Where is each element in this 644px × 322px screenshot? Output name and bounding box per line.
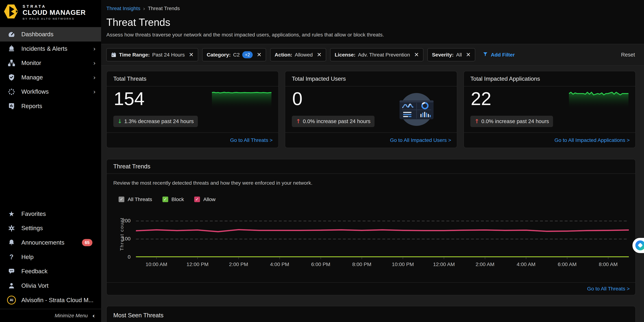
assistant-logo-icon [635, 240, 644, 250]
stat-card-value: 154 [114, 88, 144, 110]
close-icon[interactable]: ✕ [317, 51, 322, 58]
threat-trends-title: Threat Trends [107, 160, 635, 174]
sidebar-item-monitor[interactable]: Monitor› [0, 56, 101, 70]
threat-trends-chart: Threat count200100010:00 AM12:00 PM2:00 … [113, 212, 629, 275]
shield-check-icon [7, 73, 16, 82]
stat-card-total-threats: Total Threats154↓1.3% decrease past 24 h… [106, 71, 279, 148]
stat-card-footer: Go to All Impacted Applications > [464, 132, 636, 148]
stat-card-link[interactable]: Go to All Impacted Applications > [554, 137, 630, 143]
close-icon[interactable]: ✕ [257, 51, 262, 58]
filter-chip-value: All [456, 52, 462, 58]
stat-card-footer: Go to All Impacted Users > [285, 132, 457, 148]
chat-icon [7, 267, 16, 276]
sparkline-chart [569, 89, 628, 109]
close-icon[interactable]: ✕ [414, 51, 419, 58]
add-filter-button[interactable]: Add Filter [483, 52, 515, 58]
bell-icon [7, 238, 16, 247]
filter-chip-label: Action: [274, 52, 292, 58]
x-tick-label: 10:00 AM [140, 261, 173, 267]
chart-legend: ✓All Threats✓Block✓Allow [118, 196, 216, 202]
most-seen-threats-card: Most Seen Threats [106, 306, 636, 322]
report-icon [7, 102, 16, 111]
sidebar-item-help[interactable]: ?Help [0, 250, 101, 264]
sidebar-item-alvisofin-strata-cloud-m[interactable]: AIAlvisofin - Strata Cloud M... [0, 293, 101, 308]
alarm-icon [7, 44, 16, 53]
x-tick-label: 12:00 AM [428, 261, 460, 267]
sidebar-item-label: Reports [21, 103, 96, 110]
go-to-all-threats-link[interactable]: Go to All Threats > [587, 286, 630, 292]
legend-label: All Threats [128, 196, 152, 202]
filter-chip-severity[interactable]: Severity:All✕ [428, 48, 475, 61]
close-icon[interactable]: ✕ [189, 51, 194, 58]
sidebar-item-workflows[interactable]: Workflows› [0, 85, 101, 99]
stat-card-value: 22 [471, 88, 491, 110]
reset-filters-button[interactable]: Reset [621, 52, 635, 58]
x-tick-label: 12:00 PM [181, 261, 214, 267]
minimize-menu-button[interactable]: Minimize Menu ‹ [0, 309, 101, 322]
sidebar-item-label: Help [21, 254, 96, 260]
sidebar: STRATA CLOUD MANAGER BY PALO ALTO NETWOR… [0, 0, 101, 322]
legend-checkbox-all-threats[interactable]: ✓All Threats [118, 196, 152, 202]
legend-checkbox-allow[interactable]: ✓Allow [194, 196, 216, 202]
sparkline-chart [212, 89, 272, 109]
sidebar-item-favorites[interactable]: ★Favorites [0, 207, 101, 221]
most-seen-threats-title: Most Seen Threats [107, 306, 635, 322]
app-logo[interactable]: STRATA CLOUD MANAGER BY PALO ALTO NETWOR… [0, 0, 101, 24]
y-tick-label: 0 [116, 254, 130, 260]
main-content: Threat Insights › Threat Trends Threat T… [101, 0, 644, 322]
stat-card-link[interactable]: Go to All Impacted Users > [390, 137, 451, 143]
filter-chip-license[interactable]: License:Adv. Threat Prevention✕ [330, 48, 423, 61]
person-icon [7, 281, 16, 290]
stat-card-title: Total Impacted Users [285, 71, 457, 86]
legend-checkbox-block[interactable]: ✓Block [162, 196, 184, 202]
sidebar-item-label: Alvisofin - Strata Cloud M... [21, 297, 96, 304]
x-tick-label: 6:00 AM [551, 261, 584, 267]
stat-card-link[interactable]: Go to All Threats > [230, 137, 273, 143]
sidebar-item-label: Incidents & Alerts [21, 45, 93, 52]
filter-chip-time-range[interactable]: Time Range:Past 24 Hours✕ [106, 48, 198, 61]
sidebar-item-label: Workflows [21, 88, 93, 95]
sidebar-item-label: Manage [21, 74, 93, 81]
minimize-menu-label: Minimize Menu [55, 313, 88, 318]
filter-chip-label: License: [335, 52, 356, 58]
sidebar-item-dashboards[interactable]: Dashboards [0, 27, 101, 42]
question-icon: ? [7, 252, 16, 262]
filter-chip-action[interactable]: Action:Allowed✕ [270, 48, 326, 61]
arrow-up-icon: ↑ [474, 118, 480, 125]
stat-card-total-impacted-applications: Total Impacted Applications22↑0.0% incre… [464, 71, 636, 148]
spinner-icon [7, 87, 16, 96]
sidebar-item-label: Favorites [21, 210, 96, 217]
trend-text: 0.0% increase past 24 hours [482, 118, 549, 124]
funnel-icon [483, 52, 488, 58]
breadcrumb: Threat Insights › Threat Trends [106, 6, 636, 12]
filter-chip-label: Time Range: [119, 52, 150, 58]
filter-chip-label: Category: [207, 52, 231, 58]
stat-card-body: 22↑0.0% increase past 24 hours [464, 86, 636, 132]
sidebar-item-announcements[interactable]: Announcements65 [0, 235, 101, 250]
stat-card-title: Total Threats [107, 71, 278, 86]
sidebar-item-feedback[interactable]: Feedback [0, 264, 101, 278]
checkbox-icon: ✓ [118, 196, 124, 202]
close-icon[interactable]: ✕ [466, 51, 471, 58]
add-filter-label: Add Filter [491, 52, 515, 58]
sidebar-item-settings[interactable]: Settings [0, 221, 101, 236]
announcements-count-badge: 65 [82, 239, 92, 246]
breadcrumb-parent-link[interactable]: Threat Insights [106, 6, 140, 11]
filter-chip-category[interactable]: Category:C2+2✕ [202, 48, 266, 61]
strata-cloud-manager-app: { "colors":{"link_blue":"#3b9eff","accen… [0, 0, 644, 322]
sidebar-item-olivia-vort[interactable]: Olivia Vort [0, 278, 101, 293]
stat-card-title: Total Impacted Applications [464, 71, 636, 86]
filter-chip-value: Adv. Threat Prevention [358, 52, 410, 58]
sidebar-item-incidents-alerts[interactable]: Incidents & Alerts› [0, 42, 101, 56]
y-tick-label: 100 [116, 236, 130, 242]
x-tick-label: 8:00 AM [592, 261, 625, 267]
stat-cards-row: Total Threats154↓1.3% decrease past 24 h… [106, 71, 636, 148]
threat-trends-card: Threat Trends Review the most recently d… [106, 159, 636, 295]
x-tick-label: 4:00 AM [510, 261, 542, 267]
sidebar-item-reports[interactable]: Reports [0, 99, 101, 113]
calendar-icon [111, 52, 116, 58]
sidebar-item-manage[interactable]: Manage› [0, 70, 101, 85]
sidebar-nav: DashboardsIncidents & Alerts›Monitor›Man… [0, 27, 101, 113]
filter-bar: Time Range:Past 24 Hours✕Category:C2+2✕A… [101, 44, 644, 66]
sidebar-item-label: Feedback [21, 268, 96, 275]
